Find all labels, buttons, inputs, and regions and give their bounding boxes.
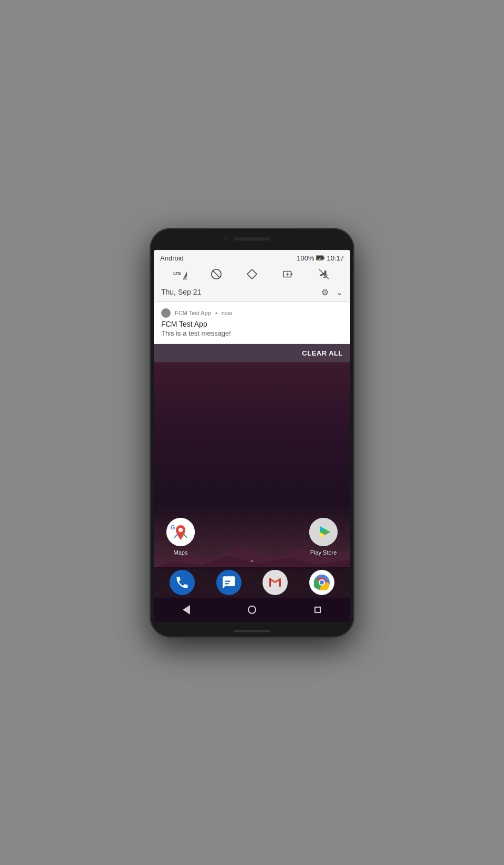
back-icon — [183, 605, 190, 614]
no-disturb-icon[interactable] — [209, 267, 223, 281]
play-store-label: Play Store — [310, 549, 337, 556]
date-row: Thu, Sep 21 ⚙ ⌄ — [154, 284, 350, 302]
svg-rect-23 — [225, 583, 229, 584]
svg-rect-11 — [291, 273, 292, 275]
battery-icon: ⚡ — [316, 255, 324, 260]
status-bar: Android 100% ⚡ 10:17 — [154, 250, 350, 264]
date-icons: ⚙ ⌄ — [321, 287, 343, 297]
phone-home-bar — [234, 630, 270, 632]
recent-icon — [314, 607, 321, 613]
svg-point-17 — [178, 528, 183, 532]
notification-shade: Android 100% ⚡ 10:17 LTE — [154, 250, 350, 362]
dock — [154, 567, 350, 598]
gmail-dock-icon[interactable] — [262, 570, 288, 595]
home-button[interactable] — [244, 602, 260, 618]
home-icon — [248, 606, 256, 614]
messages-dock-icon[interactable] — [216, 570, 242, 595]
airplane-mode-icon[interactable] — [317, 267, 331, 281]
svg-text:LTE: LTE — [173, 271, 181, 276]
chrome-dock-icon[interactable] — [309, 570, 334, 595]
date-label: Thu, Sep 21 — [161, 288, 201, 296]
settings-icon[interactable]: ⚙ — [321, 287, 329, 297]
phone-dock-icon[interactable] — [170, 570, 195, 595]
play-store-app[interactable]: Play Store — [309, 518, 338, 556]
maps-app[interactable]: G Maps — [166, 518, 195, 556]
maps-label: Maps — [174, 549, 188, 556]
status-right: 100% ⚡ 10:17 — [297, 254, 344, 262]
rotation-icon[interactable] — [245, 267, 259, 281]
notif-separator: • — [215, 310, 217, 316]
lte-icon[interactable]: LTE — [173, 267, 187, 281]
app-name-label: FCM Test App — [175, 310, 211, 316]
svg-rect-9 — [247, 269, 257, 278]
svg-point-26 — [320, 580, 324, 585]
phone-speaker — [234, 237, 270, 241]
drawer-handle[interactable]: ⌃ — [249, 559, 255, 567]
screen: Android 100% ⚡ 10:17 LTE — [154, 250, 350, 622]
app-icon — [161, 308, 171, 318]
svg-line-8 — [212, 270, 220, 278]
maps-icon-circle: G — [166, 518, 195, 546]
home-icons-row: G Maps — [154, 518, 350, 556]
nav-bar — [154, 598, 350, 622]
notification-body: This is a test message! — [161, 329, 343, 337]
svg-rect-1 — [323, 257, 324, 259]
clear-all-button[interactable]: CLEAR ALL — [302, 349, 343, 357]
notification-card[interactable]: FCM Test App • now FCM Test App This is … — [154, 302, 350, 344]
notification-header: FCM Test App • now — [161, 308, 343, 318]
home-screen: G Maps — [154, 362, 350, 598]
phone-frame: Android 100% ⚡ 10:17 LTE — [150, 228, 354, 638]
time-label: 10:17 — [327, 254, 344, 262]
carrier-label: Android — [160, 254, 184, 262]
svg-text:G: G — [171, 524, 175, 530]
back-button[interactable] — [178, 602, 194, 618]
battery-percent: 100% — [297, 254, 314, 262]
svg-text:⚡: ⚡ — [318, 257, 322, 260]
phone-camera — [223, 235, 228, 241]
chevron-down-icon[interactable]: ⌄ — [336, 287, 343, 297]
clear-all-row: CLEAR ALL — [154, 344, 350, 362]
notif-time-label: now — [222, 310, 232, 316]
play-store-icon-circle — [309, 518, 338, 546]
quick-settings: LTE — [154, 264, 350, 284]
battery-saver-icon[interactable] — [281, 267, 295, 281]
recent-button[interactable] — [310, 602, 326, 618]
svg-rect-22 — [225, 580, 230, 581]
notification-title: FCM Test App — [161, 320, 343, 328]
